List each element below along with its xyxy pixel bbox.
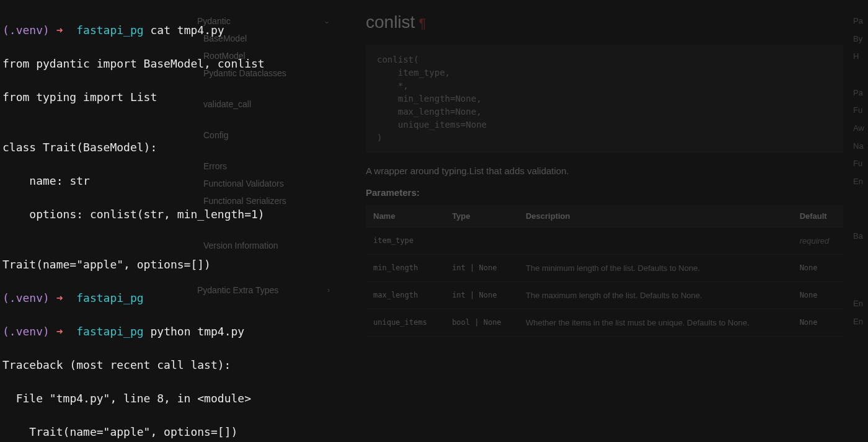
prompt-line: (.venv) ➜ fastapi_pg <box>2 290 866 306</box>
prompt-line: (.venv) ➜ fastapi_pg python tmp4.py <box>2 323 866 340</box>
traceback-frame: File "tmp4.py", line 8, in <module> <box>2 390 866 407</box>
command-cat: cat tmp4.py <box>150 24 224 37</box>
file-line: Trait(name="apple", options=[]) <box>2 256 866 273</box>
prompt-line: (.venv) ➜ fastapi_pg cat tmp4.py <box>2 22 866 38</box>
file-line: name: str <box>2 172 866 189</box>
prompt-dir: fastapi_pg <box>76 24 143 37</box>
file-line: class Trait(BaseModel): <box>2 139 866 156</box>
file-line: from pydantic import BaseModel, conlist <box>2 55 866 72</box>
file-line: options: conlist(str, min_length=1) <box>2 206 866 223</box>
traceback-code: Trait(name="apple", options=[]) <box>2 423 866 440</box>
command-python: python tmp4.py <box>150 325 244 338</box>
venv-indicator: (.venv) <box>2 24 50 37</box>
prompt-arrow: ➜ <box>56 24 63 37</box>
terminal[interactable]: (.venv) ➜ fastapi_pg cat tmp4.py from py… <box>0 0 868 442</box>
file-line: from typing import List <box>2 89 866 105</box>
traceback-header: Traceback (most recent call last): <box>2 356 866 373</box>
